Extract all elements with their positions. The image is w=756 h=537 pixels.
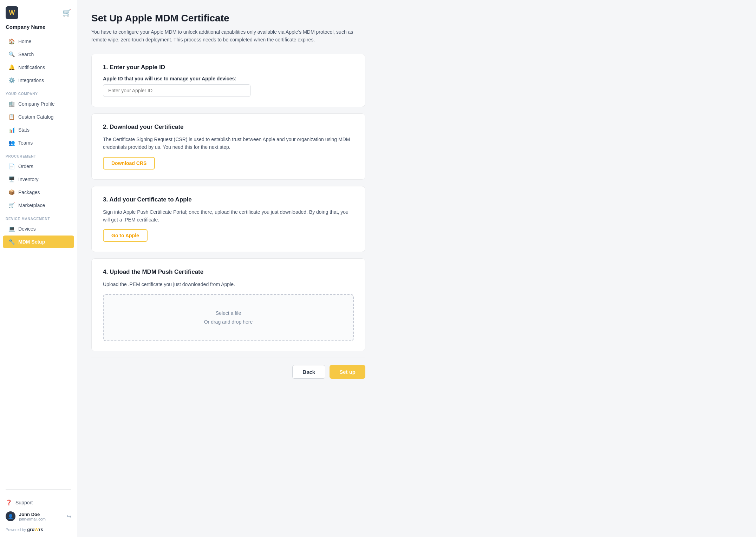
sidebar-item-custom-catalog[interactable]: 📋 Custom Catalog: [3, 111, 74, 123]
sidebar-item-company-profile[interactable]: 🏢 Company Profile: [3, 98, 74, 110]
sidebar-support[interactable]: ❓ Support: [6, 497, 71, 509]
step4-card: 4. Upload the MDM Push Certificate Uploa…: [91, 258, 365, 351]
sidebar: W 🛒 Company Name 🏠 Home 🔍 Search 🔔 Notif…: [0, 0, 77, 537]
notifications-icon: 🔔: [8, 64, 15, 71]
sidebar-item-label: Stats: [18, 127, 30, 133]
sidebar-item-label: Integrations: [18, 78, 44, 83]
sidebar-item-label: Company Profile: [18, 101, 55, 107]
sidebar-item-search[interactable]: 🔍 Search: [3, 48, 74, 61]
apple-id-input[interactable]: [103, 84, 250, 97]
step3-title: 3. Add your Certificate to Apple: [103, 196, 354, 203]
powered-by: Powered by groWrk: [6, 524, 71, 532]
sidebar-item-packages[interactable]: 📦 Packages: [3, 186, 74, 199]
step2-description: The Certificate Signing Request (CSR) is…: [103, 135, 354, 151]
company-profile-icon: 🏢: [8, 101, 15, 107]
sidebar-item-label: Devices: [18, 226, 36, 232]
back-button[interactable]: Back: [292, 365, 325, 379]
sidebar-item-label: Orders: [18, 164, 33, 169]
stats-icon: 📊: [8, 127, 15, 133]
teams-icon: 👥: [8, 140, 15, 146]
packages-icon: 📦: [8, 189, 15, 195]
upload-line1: Select a file: [111, 309, 346, 318]
procurement-section-label: PROCUREMENT: [0, 150, 77, 160]
user-name: John Doe: [19, 512, 63, 517]
search-icon: 🔍: [8, 51, 15, 58]
support-icon: ❓: [6, 499, 12, 506]
step2-card: 2. Download your Certificate The Certifi…: [91, 113, 365, 180]
sidebar-item-label: Marketplace: [18, 203, 45, 208]
sidebar-item-label: Search: [18, 52, 34, 57]
sidebar-item-orders[interactable]: 📄 Orders: [3, 160, 74, 173]
user-info: John Doe john@mail.com: [19, 512, 63, 521]
user-avatar: 👤: [6, 511, 15, 521]
support-label: Support: [15, 500, 33, 505]
bottom-actions: Back Set up: [91, 358, 365, 382]
sidebar-item-home[interactable]: 🏠 Home: [3, 35, 74, 48]
step3-card: 3. Add your Certificate to Apple Sign in…: [91, 186, 365, 252]
go-to-apple-button[interactable]: Go to Apple: [103, 229, 148, 242]
mdm-setup-icon: 🔧: [8, 239, 15, 245]
custom-catalog-icon: 📋: [8, 114, 15, 120]
step2-title: 2. Download your Certificate: [103, 124, 354, 131]
orders-icon: 📄: [8, 163, 15, 170]
sidebar-item-integrations[interactable]: ⚙️ Integrations: [3, 74, 74, 87]
sidebar-item-label: Custom Catalog: [18, 114, 53, 120]
sidebar-logo-icon: W: [6, 6, 18, 19]
inventory-icon: 🖥️: [8, 176, 15, 183]
devices-icon: 💻: [8, 226, 15, 232]
step1-card: 1. Enter your Apple ID Apple ID that you…: [91, 54, 365, 107]
main-content: Set Up Apple MDM Certificate You have to…: [77, 0, 756, 537]
sidebar-company-name: Company Name: [0, 22, 77, 35]
page-title: Set Up Apple MDM Certificate: [91, 13, 742, 24]
sidebar-item-label: Notifications: [18, 65, 45, 70]
sidebar-item-stats[interactable]: 📊 Stats: [3, 124, 74, 136]
download-crs-button[interactable]: Download CRS: [103, 157, 155, 170]
sidebar-item-label: Home: [18, 39, 31, 44]
step3-description: Sign into Apple Push Certificate Portal;…: [103, 208, 354, 224]
step1-label: Apple ID that you will use to manage you…: [103, 76, 354, 81]
user-email: john@mail.com: [19, 517, 63, 521]
step4-description: Upload the .PEM certificate you just dow…: [103, 280, 354, 288]
step1-title: 1. Enter your Apple ID: [103, 64, 354, 71]
sidebar-item-notifications[interactable]: 🔔 Notifications: [3, 61, 74, 74]
growrk-logo: groWrk: [27, 527, 43, 532]
sidebar-item-inventory[interactable]: 🖥️ Inventory: [3, 173, 74, 186]
page-description: You have to configure your Apple MDM to …: [91, 28, 365, 44]
sidebar-footer: ❓ Support 👤 John Doe john@mail.com ↪ Pow…: [0, 493, 77, 537]
sidebar-item-devices[interactable]: 💻 Devices: [3, 223, 74, 235]
sidebar-item-label: Packages: [18, 190, 40, 195]
sidebar-item-label: Teams: [18, 140, 33, 146]
sidebar-item-teams[interactable]: 👥 Teams: [3, 137, 74, 149]
logout-icon[interactable]: ↪: [67, 513, 71, 520]
sidebar-item-mdm-setup[interactable]: 🔧 MDM Setup: [3, 236, 74, 248]
sidebar-divider: [6, 489, 71, 490]
setup-button[interactable]: Set up: [330, 365, 365, 379]
step4-title: 4. Upload the MDM Push Certificate: [103, 268, 354, 276]
device-mgmt-section-label: DEVICE MANAGEMENT: [0, 212, 77, 222]
sidebar-item-marketplace[interactable]: 🛒 Marketplace: [3, 199, 74, 212]
marketplace-icon: 🛒: [8, 202, 15, 208]
integrations-icon: ⚙️: [8, 77, 15, 84]
upload-line2: Or drag and drop here: [111, 318, 346, 326]
sidebar-user: 👤 John Doe john@mail.com ↪: [6, 509, 71, 524]
sidebar-item-label: Inventory: [18, 177, 39, 182]
upload-area[interactable]: Select a file Or drag and drop here: [103, 294, 354, 341]
sidebar-item-label: MDM Setup: [18, 239, 45, 245]
sidebar-nav: 🏠 Home 🔍 Search 🔔 Notifications ⚙️ Integ…: [0, 35, 77, 486]
sidebar-header: W 🛒: [0, 0, 77, 22]
cart-icon[interactable]: 🛒: [63, 8, 71, 17]
your-company-section-label: YOUR COMPANY: [0, 87, 77, 97]
home-icon: 🏠: [8, 38, 15, 45]
